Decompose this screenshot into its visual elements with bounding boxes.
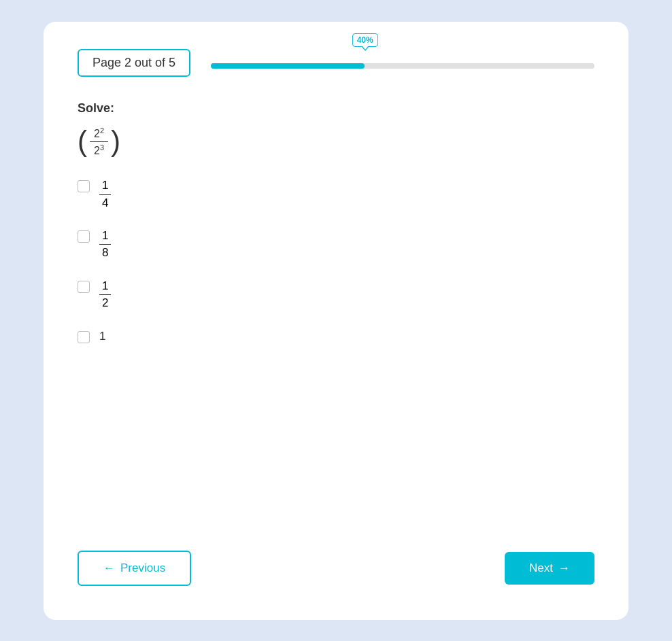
quiz-card: Page 2 out of 5 40% Solve: ( 22 23 ) 1 — [44, 22, 628, 620]
option-label-3[interactable]: 1 2 — [99, 279, 111, 311]
list-item: 1 4 — [78, 179, 594, 210]
question-fraction: 22 23 — [90, 126, 108, 158]
option-fraction-2: 1 8 — [99, 229, 111, 260]
previous-button[interactable]: ← Previous — [78, 551, 191, 586]
question-label: Solve: — [78, 101, 594, 116]
list-item: 1 2 — [78, 279, 594, 311]
right-paren: ) — [111, 127, 120, 156]
page-indicator: Page 2 out of 5 — [78, 49, 190, 77]
progress-tooltip: 40% — [352, 33, 378, 47]
progress-bar-fill — [211, 63, 365, 69]
footer-row: ← Previous Next → — [78, 551, 594, 586]
right-arrow-icon: → — [558, 561, 570, 575]
list-item: 1 8 — [78, 229, 594, 260]
option-denominator-3: 2 — [99, 295, 111, 310]
option-checkbox-2[interactable] — [78, 230, 90, 243]
left-arrow-icon: ← — [103, 561, 115, 575]
progress-bar-background — [211, 63, 594, 69]
progress-container: 40% — [211, 56, 594, 69]
option-checkbox-4[interactable] — [78, 331, 90, 343]
option-label-4[interactable]: 1 — [99, 330, 105, 343]
list-item: 1 — [78, 330, 594, 343]
question-denominator: 23 — [90, 142, 108, 157]
option-fraction-1: 1 4 — [99, 179, 111, 210]
option-denominator-1: 4 — [99, 195, 111, 210]
math-expression: ( 22 23 ) — [78, 126, 594, 158]
header-row: Page 2 out of 5 40% — [78, 49, 594, 77]
previous-label: Previous — [120, 561, 165, 575]
next-button[interactable]: Next → — [505, 552, 594, 585]
options-list: 1 4 1 8 1 2 — [78, 179, 594, 523]
option-label-1[interactable]: 1 4 — [99, 179, 111, 210]
next-label: Next — [529, 561, 553, 575]
option-numerator-3: 1 — [99, 279, 111, 295]
option-numerator-2: 1 — [99, 229, 111, 245]
option-checkbox-3[interactable] — [78, 281, 90, 293]
option-label-2[interactable]: 1 8 — [99, 229, 111, 260]
question-numerator: 22 — [90, 126, 108, 142]
option-denominator-2: 8 — [99, 245, 111, 260]
option-numerator-1: 1 — [99, 179, 111, 194]
left-paren: ( — [78, 127, 87, 156]
option-checkbox-1[interactable] — [78, 180, 90, 192]
option-fraction-3: 1 2 — [99, 279, 111, 311]
